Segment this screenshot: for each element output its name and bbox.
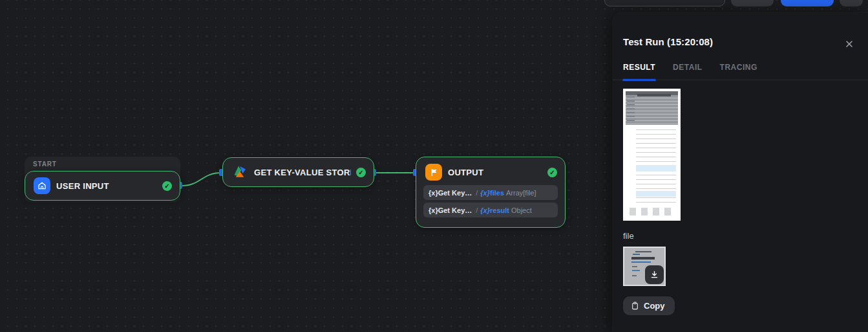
toolbar-icon-button[interactable]: [840, 0, 863, 6]
file-thumb-mark: [633, 254, 640, 255]
panel-tabs: RESULT DETAIL TRACING: [623, 63, 757, 80]
tab-detail[interactable]: DETAIL: [673, 63, 702, 80]
toolbar-button-middle[interactable]: [731, 0, 774, 6]
edge-userinput-kvstore: [182, 173, 221, 186]
home-icon: [34, 177, 50, 194]
variable-x-icon: {x}: [480, 206, 490, 214]
thumbnail-footer-columns: [630, 208, 676, 216]
thumbnail-heading-line: [637, 94, 671, 96]
file-thumb-mark: [635, 251, 651, 252]
thumbnail-highlight-block: [636, 191, 676, 197]
toolbar-button-left[interactable]: [604, 0, 725, 6]
file-attachment-thumbnail[interactable]: [623, 247, 666, 286]
success-check-icon: ✓: [356, 168, 366, 177]
thumbnail-sidebar-lines: [627, 96, 635, 122]
node-output[interactable]: OUTPUT ✓ {x}Get Key… / {x}files Array[fi…: [416, 157, 566, 228]
variable-source-prefix: {x}: [429, 189, 438, 197]
node-title-output: OUTPUT: [448, 168, 542, 177]
variable-name: result: [490, 206, 509, 214]
flag-icon: [425, 164, 442, 181]
apify-triangle-logo-icon: [231, 164, 248, 181]
toolbar-primary-button[interactable]: [781, 0, 834, 6]
variable-type: Object: [511, 206, 532, 214]
result-tab-content: file Copy: [623, 80, 858, 315]
output-variable-row-result: {x}Get Key… / {x}result Object: [423, 203, 558, 217]
variable-name: files: [490, 189, 504, 197]
panel-title: Test Run (15:20:08): [623, 36, 713, 47]
output-variable-row-files: {x}Get Key… / {x}files Array[file]: [423, 185, 558, 200]
result-webpage-screenshot-thumbnail[interactable]: [623, 89, 681, 221]
download-icon[interactable]: [645, 265, 664, 284]
variable-separator: /: [476, 206, 478, 214]
tab-tracing[interactable]: TRACING: [720, 63, 757, 80]
node-title-user-input: USER INPUT: [56, 181, 157, 191]
success-check-icon: ✓: [547, 168, 557, 177]
thumbnail-highlight-block: [636, 165, 676, 172]
tab-result[interactable]: RESULT: [623, 63, 655, 80]
file-thumb-mark: [632, 266, 637, 267]
copy-button-label: Copy: [644, 301, 665, 311]
success-check-icon: ✓: [162, 181, 172, 191]
node-title-kv-store: GET KEY-VALUE STORE RE: [254, 168, 351, 177]
variable-source: Get Key…: [438, 206, 472, 214]
copy-button[interactable]: Copy: [623, 296, 675, 315]
variable-source-prefix: {x}: [429, 206, 438, 214]
test-run-panel: Test Run (15:20:08) RESULT DETAIL TRACIN…: [613, 13, 868, 332]
file-thumb-mark: [632, 275, 637, 276]
variable-x-icon: {x}: [480, 189, 490, 197]
file-thumb-mark: [632, 270, 640, 271]
close-icon[interactable]: [844, 39, 854, 49]
variable-source: Get Key…: [438, 189, 472, 197]
variable-separator: /: [476, 189, 478, 197]
file-section-label: file: [623, 231, 858, 241]
node-kv-store[interactable]: GET KEY-VALUE STORE RE ✓: [222, 157, 374, 187]
variable-type: Array[file]: [506, 189, 536, 197]
file-thumb-mark: [631, 257, 655, 260]
file-thumb-mark: [631, 261, 651, 263]
clipboard-icon: [631, 301, 639, 311]
node-user-input[interactable]: USER INPUT ✓: [25, 171, 180, 201]
start-group-label: START: [33, 160, 57, 168]
